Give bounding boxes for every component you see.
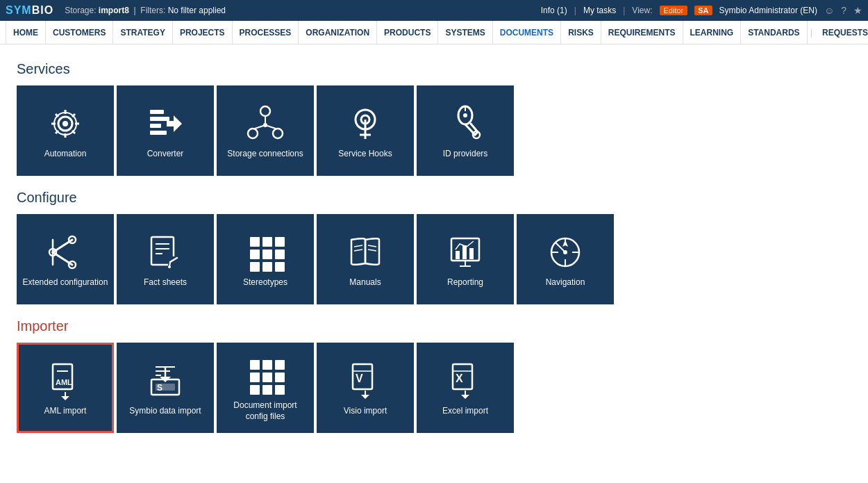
svg-rect-62	[469, 248, 474, 259]
importer-heading: Importer	[17, 318, 851, 334]
nav-documents[interactable]: DOCUMENTS	[493, 21, 561, 44]
svg-rect-61	[462, 245, 467, 259]
tile-reporting[interactable]: Reporting	[417, 214, 514, 304]
tile-document-import[interactable]: Document import config files	[217, 343, 314, 433]
topbar: SYMBIO Storage: import8 | Filters: No fi…	[0, 0, 868, 21]
svg-rect-86	[275, 360, 285, 370]
svg-rect-60	[456, 251, 460, 259]
user-name: Symbio Administrator (EN)	[719, 6, 817, 15]
fact-sheets-icon	[146, 233, 185, 272]
main-content: Services Automation	[0, 44, 868, 458]
svg-point-17	[248, 129, 258, 138]
svg-rect-13	[150, 124, 161, 128]
navbar: HOME CUSTOMERS STRATEGY PROJECTS PROCESS…	[0, 21, 868, 44]
id-providers-icon	[446, 104, 485, 143]
smiley-icon[interactable]: ☺	[824, 5, 834, 16]
tile-automation[interactable]: Automation	[17, 85, 114, 176]
tile-extended-configuration[interactable]: Extended configuration	[17, 214, 114, 304]
fact-sheets-label: Fact sheets	[144, 277, 187, 288]
tile-excel-import[interactable]: X Excel import	[417, 343, 514, 433]
nav-learning[interactable]: LEARNING	[683, 21, 742, 44]
svg-rect-14	[150, 131, 167, 135]
nav-risks[interactable]: RISKS	[561, 21, 601, 44]
svg-marker-75	[61, 396, 69, 400]
services-tile-grid: Automation Converter	[17, 85, 851, 176]
services-heading: Services	[17, 61, 851, 77]
topbar-right: Info (1) | My tasks | View: Editor SA Sy…	[541, 5, 862, 16]
navigation-icon	[546, 233, 585, 272]
sa-badge: SA	[694, 6, 712, 15]
nav-processes[interactable]: PROCESSES	[233, 21, 299, 44]
symbio-data-import-icon: S	[146, 361, 185, 400]
svg-rect-90	[250, 385, 260, 395]
tile-visio-import[interactable]: V Visio import	[317, 343, 414, 433]
editor-badge: Editor	[660, 6, 688, 15]
svg-rect-47	[250, 249, 260, 259]
visio-import-icon: V	[346, 361, 385, 400]
tile-navigation[interactable]: Navigation	[517, 214, 614, 304]
svg-point-28	[463, 113, 467, 117]
nav-systems[interactable]: SYSTEMS	[438, 21, 492, 44]
tile-converter[interactable]: Converter	[117, 85, 214, 176]
svg-rect-51	[262, 262, 272, 272]
svg-marker-97	[361, 395, 369, 399]
tile-symbio-data-import[interactable]: S Symbio data import	[117, 343, 214, 433]
tile-service-hooks[interactable]: Service Hooks	[317, 85, 414, 176]
svg-text:S: S	[157, 383, 162, 393]
aml-import-label: AML import	[44, 406, 87, 417]
converter-icon	[146, 104, 185, 143]
nav-customers[interactable]: CUSTOMERS	[46, 21, 113, 44]
svg-point-43	[168, 265, 171, 268]
nav-organization[interactable]: ORGANIZATION	[299, 21, 377, 44]
help-icon[interactable]: ?	[841, 5, 846, 16]
tile-stereotypes[interactable]: Stereotypes	[217, 214, 314, 304]
svg-line-54	[354, 245, 362, 247]
svg-rect-88	[262, 373, 272, 382]
document-import-icon	[246, 356, 285, 395]
svg-rect-87	[250, 373, 260, 382]
nav-products[interactable]: PRODUCTS	[377, 21, 438, 44]
tile-manuals[interactable]: Manuals	[317, 214, 414, 304]
tile-aml-import[interactable]: AML AML import	[17, 343, 114, 433]
visio-import-label: Visio import	[344, 406, 387, 417]
automation-label: Automation	[44, 149, 87, 160]
svg-rect-12	[150, 117, 169, 121]
svg-line-57	[368, 249, 376, 251]
svg-rect-89	[275, 373, 285, 382]
extended-configuration-label: Extended configuration	[23, 277, 108, 288]
svg-text:AML: AML	[56, 378, 72, 386]
storage-connections-label: Storage connections	[227, 149, 303, 160]
nav-standards[interactable]: STANDARDS	[741, 21, 807, 44]
tile-storage-connections[interactable]: Storage connections	[217, 85, 314, 176]
nav-home[interactable]: HOME	[6, 21, 46, 44]
tile-id-providers[interactable]: ID providers	[417, 85, 514, 176]
info-button[interactable]: Info (1)	[541, 6, 567, 15]
storage-info: Storage: import8 | Filters: No filter ap…	[65, 6, 226, 15]
extended-configuration-icon	[46, 233, 85, 272]
svg-rect-52	[275, 262, 285, 272]
svg-rect-46	[275, 237, 285, 247]
my-tasks-button[interactable]: My tasks	[583, 6, 616, 15]
configure-heading: Configure	[17, 190, 851, 206]
svg-rect-50	[250, 262, 260, 272]
star-icon[interactable]: ★	[853, 5, 862, 16]
svg-text:V: V	[356, 373, 363, 384]
document-import-label: Document import config files	[222, 400, 308, 422]
manuals-icon	[346, 233, 385, 272]
stereotypes-icon	[246, 233, 285, 272]
nav-requirements[interactable]: REQUIREMENTS	[601, 21, 683, 44]
configure-tile-grid: Extended configuration Fact sheets	[17, 214, 851, 304]
svg-point-1	[62, 121, 68, 126]
tile-fact-sheets[interactable]: Fact sheets	[117, 214, 214, 304]
nav-requests[interactable]: REQUESTS	[815, 21, 868, 44]
nav-strategy[interactable]: STRATEGY	[113, 21, 172, 44]
storage-connections-icon	[246, 104, 285, 143]
reporting-label: Reporting	[447, 277, 483, 288]
excel-import-icon: X	[446, 361, 485, 400]
svg-rect-48	[262, 249, 272, 259]
svg-rect-49	[275, 249, 285, 259]
converter-label: Converter	[147, 149, 184, 160]
nav-projects[interactable]: PROJECTS	[173, 21, 233, 44]
svg-point-16	[260, 106, 270, 116]
svg-rect-91	[262, 385, 272, 395]
